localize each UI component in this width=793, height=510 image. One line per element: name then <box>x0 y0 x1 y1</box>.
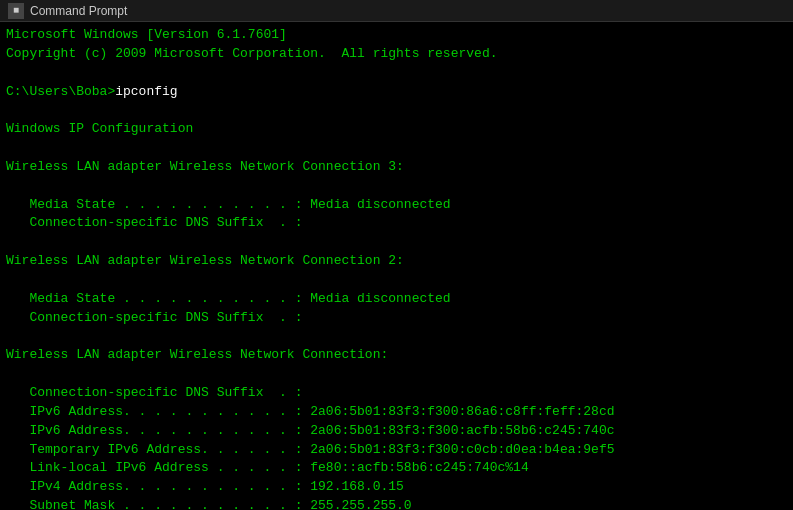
title-bar-icon: ■ <box>8 3 24 19</box>
terminal-line: IPv4 Address. . . . . . . . . . . : 192.… <box>6 478 787 497</box>
terminal-line: Wireless LAN adapter Wireless Network Co… <box>6 158 787 177</box>
terminal-blank-line <box>6 328 787 347</box>
terminal-line: Subnet Mask . . . . . . . . . . . : 255.… <box>6 497 787 510</box>
terminal-blank-line <box>6 177 787 196</box>
terminal-line: Media State . . . . . . . . . . . : Medi… <box>6 196 787 215</box>
title-bar-title: Command Prompt <box>30 4 127 18</box>
terminal-line: Media State . . . . . . . . . . . : Medi… <box>6 290 787 309</box>
terminal-line: Connection-specific DNS Suffix . : <box>6 309 787 328</box>
terminal-blank-line <box>6 271 787 290</box>
terminal-blank-line <box>6 139 787 158</box>
terminal-line: Windows IP Configuration <box>6 120 787 139</box>
terminal-line: IPv6 Address. . . . . . . . . . . : 2a06… <box>6 422 787 441</box>
terminal-line: Temporary IPv6 Address. . . . . . : 2a06… <box>6 441 787 460</box>
terminal-line: Connection-specific DNS Suffix . : <box>6 384 787 403</box>
terminal-line: Copyright (c) 2009 Microsoft Corporation… <box>6 45 787 64</box>
terminal-line: Link-local IPv6 Address . . . . . : fe80… <box>6 459 787 478</box>
terminal-window[interactable]: Microsoft Windows [Version 6.1.7601]Copy… <box>0 22 793 510</box>
terminal-line: Connection-specific DNS Suffix . : <box>6 214 787 233</box>
terminal-line: C:\Users\Boba>ipconfig <box>6 83 787 102</box>
terminal-blank-line <box>6 64 787 83</box>
terminal-line: Wireless LAN adapter Wireless Network Co… <box>6 346 787 365</box>
terminal-line: Microsoft Windows [Version 6.1.7601] <box>6 26 787 45</box>
terminal-blank-line <box>6 365 787 384</box>
terminal-line: IPv6 Address. . . . . . . . . . . : 2a06… <box>6 403 787 422</box>
terminal-line: Wireless LAN adapter Wireless Network Co… <box>6 252 787 271</box>
terminal-blank-line <box>6 101 787 120</box>
terminal-blank-line <box>6 233 787 252</box>
title-bar: ■ Command Prompt <box>0 0 793 22</box>
